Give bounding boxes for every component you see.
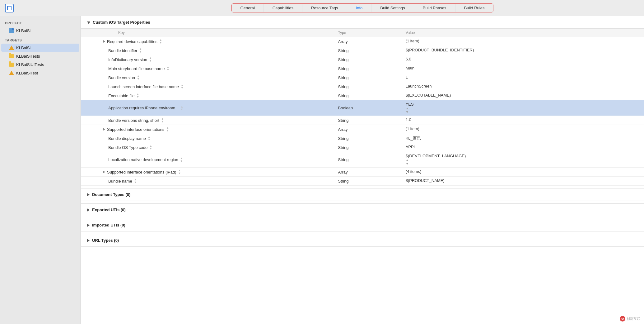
- table-row[interactable]: Executable file▲▼String$(EXECUTABLE_NAME…: [81, 91, 644, 100]
- sidebar-item-klbaisi-test[interactable]: KLBaiSiTest: [1, 69, 79, 77]
- table-row[interactable]: InfoDictionary version▲▼String6.0: [81, 55, 644, 64]
- value-cell-supported-ipad[interactable]: (4 items): [402, 168, 644, 175]
- key-cell-bundle-os-type: Bundle OS Type code▲▼: [81, 143, 334, 152]
- section-url-types-header[interactable]: URL Types (0): [81, 234, 644, 247]
- key-cell-bundle-versions-short: Bundle versions string, short▲▼: [81, 116, 334, 125]
- table-row[interactable]: Bundle identifier▲▼String$(PRODUCT_BUNDL…: [81, 46, 644, 55]
- content-area: Custom iOS Target Properties Key Type Va…: [81, 16, 644, 324]
- value-cell-bundle-display-name[interactable]: KL_百思: [402, 134, 644, 143]
- section-document-types-header[interactable]: Document Types (0): [81, 188, 644, 201]
- stepper-down-icon: ▼: [134, 181, 137, 184]
- value-text-bundle-id: $(PRODUCT_BUNDLE_IDENTIFIER): [406, 48, 474, 52]
- key-text-bundle-version: Bundle version: [108, 75, 135, 80]
- table-row[interactable]: Localization native development region▲▼…: [81, 152, 644, 168]
- value-cell-main-storyboard[interactable]: Main: [402, 64, 644, 72]
- key-stepper-bundle-os-type[interactable]: ▲▼: [149, 145, 152, 150]
- project-section-title: PROJECT: [0, 20, 81, 26]
- value-cell-app-requires-iphone[interactable]: YES▲▼: [402, 100, 644, 116]
- table-row[interactable]: Required device capabilities▲▼Array(1 it…: [81, 37, 644, 46]
- table-row[interactable]: Bundle OS Type code▲▼StringAPPL: [81, 143, 644, 152]
- tab-info[interactable]: Info: [347, 4, 372, 12]
- val-stepper-up-icon: ▲: [406, 107, 634, 110]
- key-stepper-bundle-version[interactable]: ▲▼: [137, 75, 140, 80]
- col-key-header: Key: [81, 29, 334, 37]
- key-stepper-bundle-display-name[interactable]: ▲▼: [148, 136, 151, 141]
- value-cell-bundle-id[interactable]: $(PRODUCT_BUNDLE_IDENTIFIER): [402, 46, 644, 54]
- key-cell-bundle-display-name: Bundle display name▲▼: [81, 134, 334, 143]
- key-text-localization: Localization native development region: [108, 157, 178, 162]
- key-stepper-executable-file[interactable]: ▲▼: [137, 93, 139, 98]
- value-cell-req-device[interactable]: (1 item): [402, 37, 644, 45]
- key-text-launch-screen: Launch screen interface file base name: [108, 84, 179, 89]
- table-row[interactable]: Bundle version▲▼String1: [81, 73, 644, 82]
- section-imported-utis-header[interactable]: Imported UTIs (0): [81, 219, 644, 231]
- key-stepper-supported-orientations[interactable]: ▲▼: [166, 126, 169, 132]
- sidebar-item-klbaisi-ui-tests[interactable]: KLBaiSiUITests: [1, 60, 79, 69]
- key-cell-bundle-id: Bundle identifier▲▼: [81, 46, 334, 55]
- table-row[interactable]: Bundle name▲▼String$(PRODUCT_NAME): [81, 177, 644, 186]
- table-header: Key Type Value: [81, 29, 644, 37]
- key-stepper-app-requires-iphone[interactable]: ▲▼: [180, 105, 183, 111]
- value-cell-bundle-version[interactable]: 1: [402, 73, 644, 81]
- table-row[interactable]: Main storyboard file base name▲▼StringMa…: [81, 64, 644, 73]
- table-row[interactable]: Launch screen interface file base name▲▼…: [81, 82, 644, 91]
- type-cell-main-storyboard: String: [334, 64, 402, 73]
- key-stepper-bundle-name[interactable]: ▲▼: [134, 178, 137, 184]
- sidebar-item-project[interactable]: KLBaiSi: [1, 26, 79, 35]
- table-row[interactable]: Bundle display name▲▼StringKL_百思: [81, 134, 644, 143]
- navigator-toggle-button[interactable]: [5, 4, 14, 12]
- tab-build-settings[interactable]: Build Settings: [371, 4, 414, 12]
- key-stepper-localization[interactable]: ▲▼: [180, 157, 183, 163]
- value-text-launch-screen: LaunchScreen: [406, 84, 432, 88]
- value-cell-supported-orientations[interactable]: (1 item): [402, 125, 644, 133]
- key-stepper-launch-screen[interactable]: ▲▼: [181, 84, 184, 89]
- tab-bar: GeneralCapabilitiesResource TagsInfoBuil…: [86, 3, 639, 12]
- value-stepper-localization[interactable]: ▲▼: [406, 158, 634, 166]
- expand-triangle-icon[interactable]: [103, 40, 105, 43]
- expand-triangle-icon[interactable]: [103, 171, 105, 173]
- key-stepper-supported-ipad[interactable]: ▲▼: [178, 169, 181, 175]
- value-cell-bundle-os-type[interactable]: APPL: [402, 143, 644, 151]
- value-cell-executable-file[interactable]: $(EXECUTABLE_NAME): [402, 91, 644, 99]
- tab-capabilities[interactable]: Capabilities: [264, 4, 302, 12]
- table-row[interactable]: Bundle versions string, short▲▼String1.0: [81, 116, 644, 125]
- sidebar-label-klbaisi: KLBaiSi: [16, 45, 30, 50]
- tab-resource-tags[interactable]: Resource Tags: [302, 4, 347, 12]
- value-text-supported-ipad: (4 items): [406, 169, 422, 174]
- tab-build-phases[interactable]: Build Phases: [414, 4, 455, 12]
- sidebar-item-klbaisi-tests[interactable]: KLBaiSiTests: [1, 52, 79, 60]
- value-cell-bundle-versions-short[interactable]: 1.0: [402, 116, 644, 124]
- tab-build-rules[interactable]: Build Rules: [455, 4, 493, 12]
- value-cell-launch-screen[interactable]: LaunchScreen: [402, 82, 644, 90]
- value-cell-bundle-name[interactable]: $(PRODUCT_NAME): [402, 177, 644, 184]
- table-row[interactable]: Application requires iPhone environm...▲…: [81, 100, 644, 116]
- section-custom-ios-header[interactable]: Custom iOS Target Properties: [81, 16, 644, 29]
- key-stepper-req-device[interactable]: ▲▼: [159, 39, 162, 44]
- val-stepper-down-icon: ▼: [406, 110, 634, 114]
- target-icon: [9, 45, 14, 50]
- sidebar-label-klbaisi-test: KLBaiSiTest: [16, 71, 38, 75]
- section-exported-utis-header[interactable]: Exported UTIs (0): [81, 203, 644, 216]
- key-stepper-bundle-versions-short[interactable]: ▲▼: [161, 117, 164, 123]
- table-row[interactable]: Supported interface orientations▲▼Array(…: [81, 125, 644, 134]
- tab-general[interactable]: General: [232, 4, 264, 12]
- type-cell-bundle-display-name: String: [334, 134, 402, 143]
- target-triangle-icon: [9, 71, 14, 75]
- value-text-bundle-versions-short: 1.0: [406, 117, 411, 122]
- key-text-bundle-os-type: Bundle OS Type code: [108, 145, 147, 150]
- value-cell-localization[interactable]: $(DEVELOPMENT_LANGUAGE)▲▼: [402, 152, 644, 168]
- val-stepper-up-icon: ▲: [406, 158, 634, 162]
- watermark-text: 创新互联: [627, 317, 640, 321]
- value-cell-info-dict[interactable]: 6.0: [402, 55, 644, 63]
- value-stepper-app-requires-iphone[interactable]: ▲▼: [406, 107, 634, 114]
- key-stepper-info-dict[interactable]: ▲▼: [149, 57, 152, 62]
- key-stepper-bundle-id[interactable]: ▲▼: [139, 48, 142, 53]
- table-row[interactable]: Supported interface orientations (iPad)▲…: [81, 168, 644, 177]
- target-triangle-icon: [9, 45, 14, 50]
- stepper-down-icon: ▼: [181, 87, 184, 89]
- key-stepper-main-storyboard[interactable]: ▲▼: [166, 66, 169, 71]
- expand-triangle-icon[interactable]: [103, 128, 105, 131]
- project-label: KLBaiSi: [16, 28, 30, 33]
- sidebar-item-klbaisi[interactable]: KLBaiSi: [1, 44, 79, 52]
- type-cell-localization: String: [334, 152, 402, 168]
